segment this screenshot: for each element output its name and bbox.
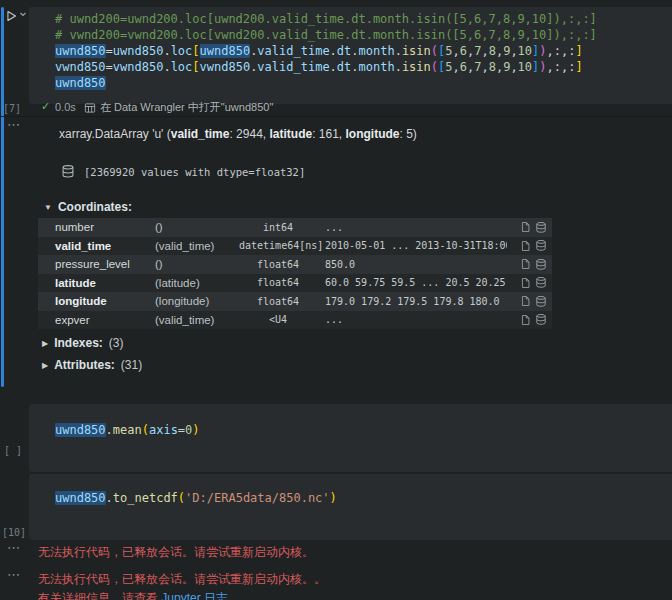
document-icon[interactable]	[520, 258, 531, 270]
coordinates-table: number () int64 ... valid_time (valid_ti…	[38, 218, 552, 329]
execution-count-cell-1: [7]	[3, 103, 21, 114]
coord-dims: ()	[155, 258, 239, 270]
xarray-header: xarray.DataArray 'u' (valid_time: 2944, …	[59, 127, 417, 141]
document-icon[interactable]	[520, 277, 531, 289]
execution-count-cell-3: [10]	[2, 527, 26, 538]
code-line[interactable]: # uwnd200=uwnd200.loc[uwnd200.valid_time…	[55, 11, 672, 27]
coord-row-valid-time: valid_time (valid_time) datetime64[ns] 2…	[38, 237, 552, 256]
coordinates-section-label: Coordinates:	[58, 200, 132, 214]
coord-row-latitude: latitude (latitude) float64 60.0 59.75 5…	[38, 274, 552, 293]
success-check-icon: ✓	[41, 100, 50, 113]
code-line[interactable]: uwnd850	[55, 75, 672, 91]
jupyter-log-link[interactable]: Jupyter 日志	[161, 591, 228, 600]
chevron-down-icon[interactable]: ▼	[44, 203, 52, 212]
chevron-right-icon[interactable]: ▶	[42, 339, 48, 348]
coord-dims: ()	[155, 221, 239, 233]
coord-values: ...	[317, 222, 507, 233]
notebook-page: # uwnd200=uwnd200.loc[uwnd200.valid_time…	[0, 0, 672, 600]
indexes-section-label: Indexes:	[54, 336, 103, 350]
coord-name: number	[38, 221, 155, 233]
code-line[interactable]: vwnd850=vwnd850.loc[vwnd850.valid_time.d…	[55, 59, 672, 75]
coord-name: valid_time	[38, 240, 155, 252]
database-icon[interactable]	[535, 276, 547, 289]
database-icon[interactable]	[535, 295, 547, 308]
coord-name: longitude	[38, 295, 155, 307]
execution-time: 0.0s	[55, 101, 76, 113]
output-options-icon[interactable]: ⋯	[7, 543, 21, 553]
database-icon[interactable]	[535, 221, 547, 234]
code-cell-1[interactable]: # uwnd200=uwnd200.loc[uwnd200.valid_time…	[29, 7, 672, 104]
coord-values: 2010-05-01 ... 2013-10-31T18:00:00	[317, 240, 507, 251]
database-icon[interactable]	[61, 164, 75, 179]
coord-dims: (valid_time)	[155, 314, 239, 326]
execution-count-cell-2: [ ]	[4, 445, 22, 456]
chevron-right-icon[interactable]: ▶	[42, 361, 48, 370]
indexes-count: (3)	[109, 336, 124, 350]
coord-name: expver	[38, 314, 155, 326]
document-icon[interactable]	[520, 240, 531, 252]
values-preview-text: [2369920 values with dtype=float32]	[84, 166, 305, 178]
document-icon[interactable]	[520, 221, 531, 233]
coord-values: ...	[317, 314, 507, 325]
run-cell-button[interactable]	[4, 9, 27, 23]
coord-dtype: int64	[239, 222, 317, 233]
indexes-section-header[interactable]: ▶ Indexes: (3)	[42, 336, 124, 350]
coord-values: 179.0 179.2 179.5 179.8 180.0	[317, 296, 507, 307]
data-wrangler-icon	[84, 102, 96, 114]
coord-name: latitude	[38, 277, 155, 289]
error-text: 有关详细信息，请查看	[38, 591, 161, 600]
attributes-section-header[interactable]: ▶ Attributes: (31)	[42, 358, 142, 372]
database-icon[interactable]	[535, 313, 547, 326]
document-icon[interactable]	[520, 314, 531, 326]
coord-dtype: datetime64[ns]	[239, 240, 317, 251]
output-options-icon[interactable]: ⋯	[7, 570, 21, 580]
coord-name: pressure_level	[38, 258, 155, 270]
kernel-error-message-partial: 有关详细信息，请查看 Jupyter 日志。	[38, 590, 240, 600]
coord-dims: (valid_time)	[155, 240, 239, 252]
coord-values: 60.0 59.75 59.5 ... 20.5 20.25 20.0	[317, 277, 507, 288]
chevron-down-icon[interactable]	[19, 9, 27, 19]
cell-focus-bar	[1, 7, 4, 387]
coord-dims: (longitude)	[155, 295, 239, 307]
coordinates-section-header[interactable]: ▼ Coordinates:	[44, 200, 132, 214]
coord-values: 850.0	[317, 259, 507, 270]
code-line[interactable]: uwnd850=uwnd850.loc[uwnd850.valid_time.d…	[55, 43, 672, 59]
coord-row-pressure-level: pressure_level () float64 850.0	[38, 255, 552, 274]
kernel-error-message: 无法执行代码，已释放会话。请尝试重新启动内核。	[38, 544, 314, 561]
cell-output-divider	[0, 116, 672, 117]
coord-row-number: number () int64 ...	[38, 218, 552, 237]
code-cell-2[interactable]: uwnd850.mean(axis=0)	[29, 404, 672, 472]
data-wrangler-label[interactable]: 在 Data Wrangler 中打开"uwnd850"	[100, 100, 273, 115]
code-cell-3[interactable]: uwnd850.to_netcdf('D:/ERA5data/850.nc')	[29, 474, 672, 540]
attributes-count: (31)	[121, 358, 142, 372]
code-line[interactable]: uwnd850.to_netcdf('D:/ERA5data/850.nc')	[55, 490, 672, 506]
coord-dims: (latitude)	[155, 277, 239, 289]
coord-dtype: float64	[239, 277, 317, 288]
code-line[interactable]: uwnd850.mean(axis=0)	[55, 422, 672, 438]
coord-row-expver: expver (valid_time) <U4 ...	[38, 311, 552, 330]
open-in-data-wrangler-link[interactable]: 在 Data Wrangler 中打开"uwnd850"	[84, 100, 273, 115]
error-text: 。	[228, 591, 240, 600]
kernel-error-message: 无法执行代码，已释放会话。请尝试重新启动内核。。	[38, 571, 326, 588]
coord-row-longitude: longitude (longitude) float64 179.0 179.…	[38, 292, 552, 311]
coord-dtype: float64	[239, 259, 317, 270]
database-icon[interactable]	[535, 239, 547, 252]
output-options-icon[interactable]: ⋯	[7, 120, 21, 130]
document-icon[interactable]	[520, 295, 531, 307]
attributes-section-label: Attributes:	[54, 358, 115, 372]
coord-dtype: <U4	[239, 314, 317, 325]
coord-dtype: float64	[239, 296, 317, 307]
database-icon[interactable]	[535, 258, 547, 271]
code-line[interactable]: # vwnd200=vwnd200.loc[vwnd200.valid_time…	[55, 27, 672, 43]
xarray-preview: [2369920 values with dtype=float32]	[61, 164, 305, 179]
play-icon[interactable]	[4, 9, 18, 23]
